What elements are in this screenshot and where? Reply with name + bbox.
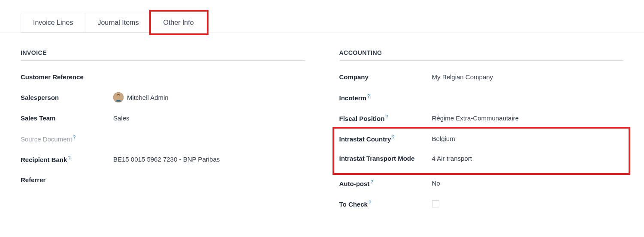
help-icon[interactable]: ? (367, 93, 370, 99)
label-text: Source Document (21, 135, 72, 143)
label-text: Intrastat Country (339, 135, 391, 143)
incoterm-label: Incoterm? (339, 93, 432, 102)
intrastat-highlight-box: Intrastat Country? Belgium Intrastat Tra… (333, 127, 631, 175)
source-document-row: Source Document? (21, 133, 305, 144)
help-icon[interactable]: ? (68, 155, 70, 160)
recipient-bank-label: Recipient Bank? (21, 155, 113, 163)
tab-label: Journal Items (97, 19, 139, 26)
tab-other-info[interactable]: Other Info (151, 13, 206, 33)
label-text: To Check (339, 201, 368, 208)
fiscal-position-label: Fiscal Position? (339, 114, 432, 122)
svg-point-2 (117, 95, 120, 98)
sales-team-label: Sales Team (21, 114, 113, 122)
customer-reference-label: Customer Reference (21, 73, 113, 81)
salesperson-label: Salesperson (21, 94, 113, 101)
label-text: Auto-post (339, 180, 370, 187)
help-icon[interactable]: ? (370, 179, 373, 184)
fiscal-position-row: Fiscal Position? Régime Extra-Communauta… (339, 112, 624, 123)
company-label: Company (339, 73, 432, 81)
auto-post-label: Auto-post? (339, 179, 432, 187)
avatar (113, 92, 124, 102)
help-icon[interactable]: ? (73, 135, 76, 140)
fiscal-position-value[interactable]: Régime Extra-Communautaire (432, 114, 519, 122)
to-check-row: To Check? (339, 198, 624, 209)
avatar-icon (113, 92, 124, 102)
intrastat-transport-mode-value[interactable]: 4 Air transport (432, 155, 472, 162)
label-text: Recipient Bank (21, 156, 67, 163)
recipient-bank-row: Recipient Bank? BE15 0015 5962 7230 - BN… (21, 153, 305, 165)
label-text: Fiscal Position (339, 115, 385, 122)
tabs-bar: Invoice Lines Journal Items Other Info (0, 0, 644, 33)
referrer-row: Referrer (21, 174, 305, 185)
help-icon[interactable]: ? (369, 200, 371, 205)
tab-content: INVOICE Customer Reference Salesperson (0, 33, 644, 219)
tab-invoice-lines[interactable]: Invoice Lines (21, 13, 85, 33)
invoice-section: INVOICE Customer Reference Salesperson (21, 49, 305, 219)
intrastat-country-value[interactable]: Belgium (432, 135, 455, 142)
intrastat-transport-mode-label: Intrastat Transport Mode (339, 155, 432, 162)
intrastat-country-label: Intrastat Country? (339, 135, 432, 143)
invoice-heading: INVOICE (21, 49, 305, 61)
to-check-value[interactable] (432, 200, 439, 207)
intrastat-transport-mode-row: Intrastat Transport Mode 4 Air transport (339, 153, 624, 164)
accounting-heading: ACCOUNTING (339, 49, 624, 61)
referrer-label: Referrer (21, 176, 113, 183)
salesperson-name: Mitchell Admin (127, 94, 169, 101)
tabs: Invoice Lines Journal Items Other Info (21, 13, 644, 33)
company-row: Company My Belgian Company (339, 71, 624, 82)
sales-team-value[interactable]: Sales (113, 114, 130, 122)
form-page: Invoice Lines Journal Items Other Info I… (0, 0, 644, 236)
tab-label: Other Info (163, 19, 194, 26)
intrastat-country-row: Intrastat Country? Belgium (339, 133, 624, 144)
help-icon[interactable]: ? (385, 114, 388, 119)
salesperson-value[interactable]: Mitchell Admin (113, 92, 169, 102)
auto-post-row: Auto-post? No (339, 177, 624, 189)
label-text: Incoterm (339, 94, 366, 102)
auto-post-value[interactable]: No (432, 180, 440, 187)
accounting-section: ACCOUNTING Company My Belgian Company In… (331, 49, 624, 219)
source-document-label: Source Document? (21, 135, 113, 143)
to-check-checkbox[interactable] (432, 200, 439, 207)
tab-journal-items[interactable]: Journal Items (85, 13, 151, 33)
to-check-label: To Check? (339, 200, 432, 208)
help-icon[interactable]: ? (392, 135, 394, 140)
company-value[interactable]: My Belgian Company (432, 73, 493, 81)
tab-label: Invoice Lines (33, 19, 73, 26)
customer-reference-row: Customer Reference (21, 71, 305, 82)
salesperson-row: Salesperson Mitchell Admin (21, 92, 305, 103)
sales-team-row: Sales Team Sales (21, 112, 305, 123)
incoterm-row: Incoterm? (339, 92, 624, 103)
recipient-bank-value[interactable]: BE15 0015 5962 7230 - BNP Paribas (113, 156, 220, 163)
